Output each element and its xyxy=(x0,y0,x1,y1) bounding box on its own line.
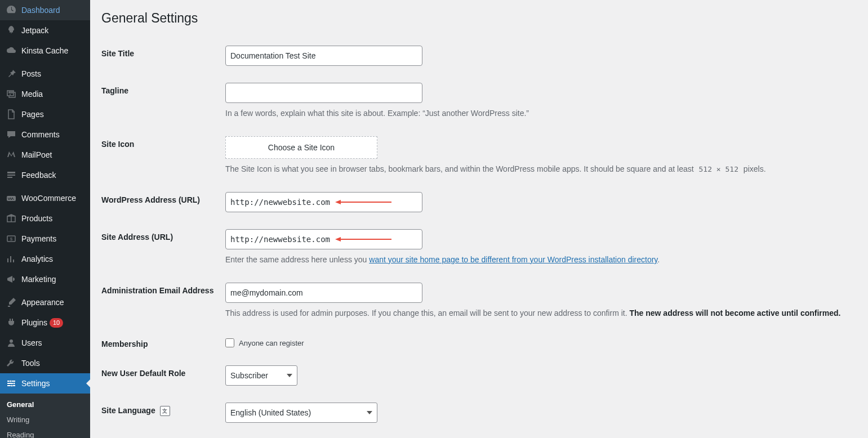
site-icon-help: The Site Icon is what you see in browser… xyxy=(225,163,851,175)
admin-email-input[interactable] xyxy=(225,283,422,303)
submenu-writing[interactable]: Writing xyxy=(0,412,90,427)
svg-point-4 xyxy=(10,339,13,343)
form-icon xyxy=(6,169,17,181)
site-url-label: Site Address (URL) xyxy=(101,229,225,242)
sidebar-item-label: Posts xyxy=(21,69,41,78)
cloud-icon xyxy=(6,45,17,56)
sidebar-item-label: Users xyxy=(21,338,42,347)
sidebar-item-dashboard[interactable]: Dashboard xyxy=(0,0,90,20)
default-role-select[interactable]: Subscriber xyxy=(225,365,297,386)
bars-icon xyxy=(6,253,17,265)
brush-icon xyxy=(6,297,17,308)
sidebar-item-label: Products xyxy=(21,214,52,223)
media-icon xyxy=(6,88,17,100)
sidebar-item-comments[interactable]: Comments xyxy=(0,124,90,145)
page-icon xyxy=(6,109,17,120)
svg-point-5 xyxy=(10,381,12,382)
choose-site-icon-button[interactable]: Choose a Site Icon xyxy=(225,136,377,159)
sidebar-item-marketing[interactable]: Marketing xyxy=(0,269,90,289)
sidebar-item-label: Feedback xyxy=(21,171,56,180)
page-title: General Settings xyxy=(101,6,857,37)
sidebar-item-products[interactable]: Products xyxy=(0,208,90,229)
site-title-label: Site Title xyxy=(101,46,225,58)
pin-icon xyxy=(6,68,17,79)
wp-url-input[interactable] xyxy=(225,192,422,212)
sidebar-item-label: Appearance xyxy=(21,298,64,307)
sidebar-item-woocommerce[interactable]: WooCommerce xyxy=(0,188,90,208)
sidebar-item-analytics[interactable]: Analytics xyxy=(0,249,90,269)
sidebar-item-label: Plugins xyxy=(21,318,47,327)
svg-text:$: $ xyxy=(10,236,13,242)
user-icon xyxy=(6,337,17,348)
settings-submenu: General Writing Reading xyxy=(0,394,90,438)
sidebar-item-label: Settings xyxy=(21,379,50,388)
submenu-reading[interactable]: Reading xyxy=(0,427,90,438)
site-url-help: Enter the same address here unless you w… xyxy=(225,254,851,266)
sidebar-item-jetpack[interactable]: Jetpack xyxy=(0,20,90,41)
sidebar-item-label: Analytics xyxy=(21,254,53,263)
sidebar-item-label: Comments xyxy=(21,130,60,139)
megaphone-icon xyxy=(6,274,17,285)
sidebar-item-label: Kinsta Cache xyxy=(21,46,68,55)
update-badge: 10 xyxy=(50,318,63,328)
svg-point-7 xyxy=(11,385,13,387)
default-role-label: New User Default Role xyxy=(101,365,225,378)
translate-icon: 文 xyxy=(160,406,170,416)
sidebar-item-label: MailPoet xyxy=(21,150,52,159)
site-icon-label: Site Icon xyxy=(101,136,225,149)
sidebar-item-feedback[interactable]: Feedback xyxy=(0,165,90,185)
svg-point-6 xyxy=(14,383,15,385)
dollar-icon: $ xyxy=(6,233,17,244)
sidebar-item-label: Pages xyxy=(21,110,44,119)
anyone-can-register-label: Anyone can register xyxy=(239,339,304,347)
sidebar-item-tools[interactable]: Tools xyxy=(0,353,90,373)
content-area: General Settings Site Title Tagline In a… xyxy=(90,0,868,438)
tagline-input[interactable] xyxy=(225,83,422,103)
sidebar-item-settings[interactable]: Settings xyxy=(0,373,90,394)
sidebar-item-plugins[interactable]: Plugins10 xyxy=(0,312,90,333)
tagline-label: Tagline xyxy=(101,83,225,95)
sidebar-item-appearance[interactable]: Appearance xyxy=(0,292,90,312)
site-url-input[interactable] xyxy=(225,229,422,249)
site-language-select[interactable]: English (United States) xyxy=(225,403,377,423)
sidebar-item-label: Dashboard xyxy=(21,6,60,15)
rocket-icon xyxy=(6,25,17,36)
wrench-icon xyxy=(6,357,17,369)
sidebar-item-label: Jetpack xyxy=(21,26,48,35)
sidebar-item-label: Tools xyxy=(21,359,40,368)
site-language-label: Site Language 文 xyxy=(101,403,225,416)
woo-icon xyxy=(6,193,17,204)
sidebar-item-label: WooCommerce xyxy=(21,194,76,203)
admin-email-help: This address is used for admin purposes.… xyxy=(225,307,851,319)
wp-url-label: WordPress Address (URL) xyxy=(101,192,225,204)
box-icon xyxy=(6,213,17,224)
site-url-help-link[interactable]: want your site home page to be different… xyxy=(369,255,657,264)
comment-icon xyxy=(6,129,17,140)
admin-email-label: Administration Email Address xyxy=(101,283,225,295)
sidebar-item-label: Media xyxy=(21,90,43,99)
anyone-can-register-checkbox[interactable] xyxy=(225,338,234,347)
sidebar-item-mailpoet[interactable]: MailPoet xyxy=(0,145,90,165)
plug-icon xyxy=(6,317,17,328)
gauge-icon xyxy=(6,5,17,16)
mailpoet-icon xyxy=(6,149,17,160)
admin-sidebar: DashboardJetpackKinsta CachePostsMediaPa… xyxy=(0,0,90,438)
sidebar-item-label: Marketing xyxy=(21,275,56,284)
sidebar-item-label: Payments xyxy=(21,234,56,243)
sidebar-item-pages[interactable]: Pages xyxy=(0,104,90,124)
tagline-help: In a few words, explain what this site i… xyxy=(225,108,851,119)
svg-point-0 xyxy=(10,94,11,95)
sidebar-item-posts[interactable]: Posts xyxy=(0,64,90,84)
membership-label: Membership xyxy=(101,336,225,348)
site-title-input[interactable] xyxy=(225,46,422,66)
sliders-icon xyxy=(6,378,17,389)
sidebar-item-kinsta-cache[interactable]: Kinsta Cache xyxy=(0,41,90,61)
sidebar-item-payments[interactable]: $Payments xyxy=(0,229,90,249)
sidebar-item-users[interactable]: Users xyxy=(0,333,90,353)
sidebar-item-media[interactable]: Media xyxy=(0,84,90,104)
submenu-general[interactable]: General xyxy=(0,397,90,412)
